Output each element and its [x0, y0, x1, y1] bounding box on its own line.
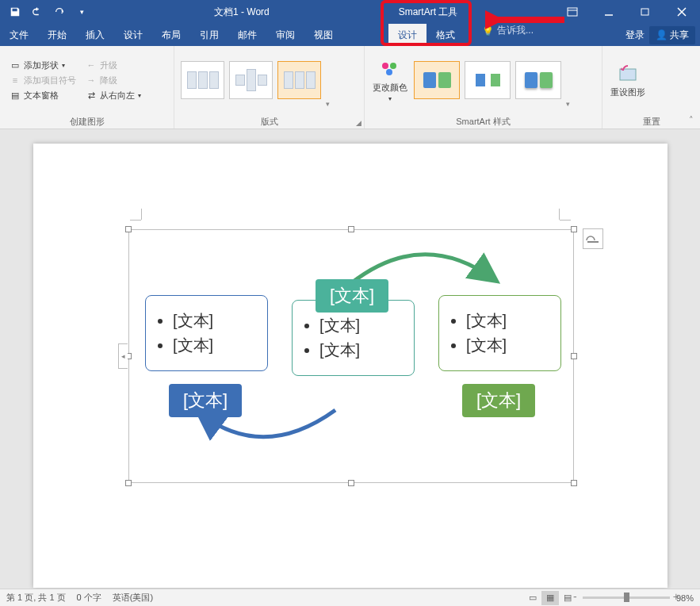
resize-handle[interactable]: [571, 226, 577, 232]
rtl-button[interactable]: ⇄从右向左 ▾: [82, 89, 144, 102]
layout-option-1[interactable]: [181, 61, 224, 99]
qat-customize-button[interactable]: ▾: [71, 2, 92, 22]
change-colors-label: 更改颜色: [373, 82, 407, 94]
zoom-thumb[interactable]: [624, 593, 629, 602]
resize-handle[interactable]: [571, 353, 577, 359]
smartart-selection-frame[interactable]: ◂ [文本] [文本] [文本] [文本] [文本]: [128, 229, 574, 483]
node-text[interactable]: [文本]: [319, 339, 401, 361]
smartart-node-3[interactable]: [文本] [文本]: [438, 295, 561, 371]
undo-button[interactable]: [27, 2, 48, 22]
svg-point-5: [382, 63, 388, 69]
login-link[interactable]: 登录: [625, 29, 645, 42]
text-pane-label: 文本窗格: [24, 90, 59, 102]
close-button[interactable]: [664, 0, 700, 24]
view-read-mode[interactable]: ▭: [524, 591, 541, 605]
maximize-button[interactable]: [627, 0, 664, 24]
tab-smartart-format[interactable]: 格式: [427, 24, 465, 46]
layouts-more-button[interactable]: ▾: [326, 100, 330, 111]
promote-label: 升级: [100, 59, 117, 71]
demote-button[interactable]: →降级: [82, 74, 144, 87]
ribbon-group-styles: 更改颜色 ▾ ▾ SmartArt 样式: [365, 46, 602, 128]
smartart-title-3[interactable]: [文本]: [462, 384, 535, 417]
resize-handle[interactable]: [348, 480, 354, 486]
node-text[interactable]: [文本]: [466, 335, 548, 356]
promote-button[interactable]: ←升级: [82, 59, 144, 72]
tab-layout[interactable]: 布局: [152, 24, 190, 46]
text-pane-button[interactable]: ▤文本窗格: [6, 89, 79, 102]
group-label-reset: 重置: [602, 114, 700, 128]
text-pane-icon: ▤: [10, 90, 21, 101]
save-button[interactable]: [5, 2, 25, 22]
layout-options-button[interactable]: [583, 228, 603, 249]
tab-mailings[interactable]: 邮件: [228, 24, 266, 46]
reset-icon: [617, 63, 639, 85]
node-text[interactable]: [文本]: [466, 310, 548, 332]
share-label: 共享: [670, 29, 689, 42]
layout-option-2[interactable]: [229, 61, 273, 99]
node-text[interactable]: [文本]: [173, 310, 254, 332]
demote-icon: →: [86, 75, 97, 86]
status-word-count[interactable]: 0 个字: [77, 592, 101, 604]
rtl-label: 从右向左: [100, 90, 135, 102]
text-pane-toggle[interactable]: ◂: [118, 343, 128, 369]
ribbon-group-create-graphic: ▭添加形状 ▾ ≡添加项目符号 ▤文本窗格 ←升级 →降级 ⇄从右向左 ▾ 创建…: [0, 46, 174, 128]
window-controls: [554, 0, 700, 24]
node-text[interactable]: [文本]: [319, 315, 401, 336]
zoom-slider[interactable]: [583, 596, 670, 599]
tab-file[interactable]: 文件: [0, 24, 38, 46]
style-option-2[interactable]: [465, 61, 511, 99]
title-bar: ▾ 文档1 - Word SmartArt 工具: [0, 0, 700, 24]
reset-graphic-button[interactable]: 重设图形: [609, 61, 647, 100]
tab-home[interactable]: 开始: [38, 24, 76, 46]
add-bullet-button[interactable]: ≡添加项目符号: [6, 74, 79, 87]
tab-review[interactable]: 审阅: [266, 24, 304, 46]
context-tool-title: SmartArt 工具: [392, 6, 464, 19]
resize-handle[interactable]: [125, 226, 132, 232]
view-print-layout[interactable]: ▦: [541, 591, 559, 605]
resize-handle[interactable]: [571, 480, 577, 486]
node-text[interactable]: [文本]: [173, 335, 254, 356]
status-language[interactable]: 英语(美国): [113, 592, 153, 604]
change-colors-button[interactable]: 更改颜色 ▾: [371, 56, 409, 104]
document-title: 文档1 - Word: [214, 6, 270, 19]
quick-access-toolbar: ▾: [0, 2, 92, 22]
smartart-title-1[interactable]: [文本]: [169, 384, 242, 417]
layouts-launcher[interactable]: ◢: [356, 119, 361, 127]
redo-button[interactable]: [49, 2, 70, 22]
resize-handle[interactable]: [125, 480, 132, 486]
tab-insert[interactable]: 插入: [76, 24, 114, 46]
status-page[interactable]: 第 1 页, 共 1 页: [6, 592, 66, 604]
annotation-arrow: [485, 8, 572, 32]
styles-more-button[interactable]: ▾: [566, 100, 570, 111]
tab-smartart-design[interactable]: 设计: [388, 24, 427, 46]
tab-view[interactable]: 视图: [304, 24, 342, 46]
style-option-3[interactable]: [515, 61, 561, 99]
smartart-graphic[interactable]: [文本] [文本] [文本] [文本] [文本] [文本] [文本]: [145, 247, 557, 443]
add-shape-icon: ▭: [10, 59, 21, 71]
add-shape-button[interactable]: ▭添加形状 ▾: [6, 59, 79, 72]
document-area[interactable]: ◂ [文本] [文本] [文本] [文本] [文本]: [0, 129, 700, 589]
minimize-button[interactable]: [591, 0, 627, 24]
group-label-styles: SmartArt 样式: [365, 114, 602, 128]
ribbon-group-layouts: ▾ 版式◢: [174, 46, 365, 128]
person-icon: 👤: [656, 29, 667, 40]
style-option-1[interactable]: [414, 61, 460, 99]
svg-rect-8: [620, 69, 636, 80]
smartart-node-1[interactable]: [文本] [文本]: [145, 295, 268, 371]
status-bar: 第 1 页, 共 1 页 0 个字 英语(美国) ▭ ▦ ▤ 98%: [0, 589, 700, 606]
svg-point-6: [390, 63, 396, 69]
layout-option-3[interactable]: [277, 61, 321, 99]
demote-label: 降级: [100, 75, 117, 86]
collapse-ribbon-button[interactable]: ˄: [689, 115, 694, 125]
context-tabs: 设计 格式: [388, 24, 465, 46]
add-bullet-icon: ≡: [10, 75, 21, 86]
tab-references[interactable]: 引用: [190, 24, 228, 46]
share-button[interactable]: 👤 共享: [649, 26, 695, 44]
tab-design[interactable]: 设计: [114, 24, 152, 46]
rtl-icon: ⇄: [86, 90, 97, 101]
promote-icon: ←: [86, 59, 97, 71]
ribbon: ▭添加形状 ▾ ≡添加项目符号 ▤文本窗格 ←升级 →降级 ⇄从右向左 ▾ 创建…: [0, 46, 700, 129]
smartart-title-2[interactable]: [文本]: [316, 279, 388, 313]
resize-handle[interactable]: [348, 226, 354, 232]
page: ◂ [文本] [文本] [文本] [文本] [文本]: [33, 144, 667, 588]
